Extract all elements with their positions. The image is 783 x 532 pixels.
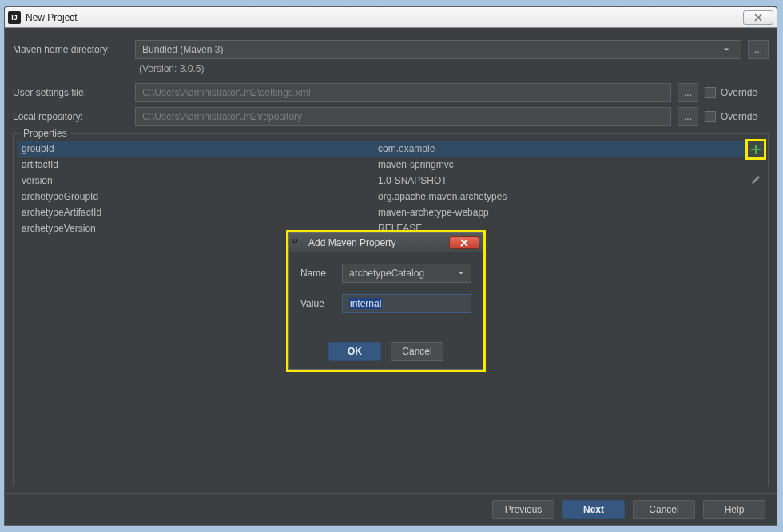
settings-file-label: User settings file: <box>13 87 129 98</box>
settings-file-browse-button[interactable]: ... <box>678 83 698 102</box>
cancel-button[interactable]: Cancel <box>633 500 695 519</box>
close-icon <box>460 239 468 247</box>
name-row: Name archetypeCatalog <box>300 264 471 283</box>
maven-home-row: Maven home directory: Bundled (Maven 3) … <box>13 38 769 62</box>
local-repo-label: Local repository: <box>13 111 129 122</box>
settings-override-checkbox[interactable]: Override <box>705 87 769 98</box>
settings-file-row: User settings file: C:\Users\Administrat… <box>13 81 769 105</box>
edit-property-button[interactable] <box>750 174 761 188</box>
property-row[interactable]: groupIdcom.example <box>18 141 749 157</box>
wizard-footer: Previous Next Cancel Help <box>5 493 777 525</box>
settings-file-field[interactable]: C:\Users\Administrator\.m2\settings.xml <box>135 83 671 102</box>
name-value: archetypeCatalog <box>349 268 424 279</box>
dialog-body: Name archetypeCatalog Value internal <box>289 252 483 342</box>
previous-button[interactable]: Previous <box>492 500 554 519</box>
window-title: New Project <box>26 12 743 23</box>
maven-home-label: Maven home directory: <box>13 44 129 55</box>
value-input[interactable]: internal <box>342 294 471 313</box>
property-value: com.example <box>378 143 749 154</box>
dialog-cancel-button[interactable]: Cancel <box>391 342 443 361</box>
chevron-down-icon <box>717 41 734 58</box>
next-button[interactable]: Next <box>562 500 625 519</box>
property-key: archetypeArtifactId <box>18 207 378 218</box>
maven-home-value: Bundled (Maven 3) <box>142 44 223 55</box>
close-icon <box>753 14 764 22</box>
add-maven-property-dialog: IJ Add Maven Property Name archetypeCata… <box>288 232 483 370</box>
value-row: Value internal <box>300 294 471 313</box>
dialog-title: Add Maven Property <box>308 237 444 248</box>
property-key: archetypeGroupId <box>18 191 378 202</box>
ok-button[interactable]: OK <box>328 342 381 361</box>
maven-home-browse-button[interactable]: ... <box>748 40 769 59</box>
add-property-button[interactable] <box>745 139 766 160</box>
add-property-highlight: IJ Add Maven Property Name archetypeCata… <box>286 230 486 372</box>
property-value: maven-archetype-webapp <box>378 207 749 218</box>
name-combo[interactable]: archetypeCatalog <box>342 264 471 283</box>
property-value: maven-springmvc <box>378 159 749 170</box>
dialog-titlebar[interactable]: IJ Add Maven Property <box>289 233 483 252</box>
pencil-icon <box>750 174 761 185</box>
help-button[interactable]: Help <box>703 500 765 519</box>
value-text: internal <box>349 298 382 309</box>
property-row[interactable]: version1.0-SNAPSHOT <box>18 173 749 189</box>
local-repo-row: Local repository: C:\Users\Administrator… <box>13 105 769 129</box>
value-label: Value <box>300 298 336 309</box>
dialog-close-button[interactable] <box>449 236 479 249</box>
app-icon: IJ <box>292 237 304 248</box>
property-key: version <box>18 175 378 186</box>
properties-title: Properties <box>20 128 70 139</box>
chevron-down-icon <box>458 268 464 279</box>
property-row[interactable]: archetypeGroupIdorg.apache.maven.archety… <box>18 189 749 204</box>
property-key: artifactId <box>18 159 378 170</box>
window-close-button[interactable] <box>743 10 773 25</box>
window-titlebar[interactable]: IJ New Project <box>5 7 777 28</box>
name-label: Name <box>300 268 336 279</box>
properties-actions <box>745 139 766 188</box>
maven-home-combo[interactable]: Bundled (Maven 3) <box>135 40 741 59</box>
property-value: org.apache.maven.archetypes <box>378 191 749 202</box>
local-repo-field[interactable]: C:\Users\Administrator\.m2\repository <box>135 107 671 126</box>
repo-override-checkbox[interactable]: Override <box>705 111 769 122</box>
dialog-footer: OK Cancel <box>289 342 483 369</box>
checkbox-icon <box>705 111 716 122</box>
checkbox-icon <box>705 87 716 98</box>
plus-icon <box>750 144 761 155</box>
property-row[interactable]: artifactIdmaven-springmvc <box>18 157 749 173</box>
property-key: groupId <box>18 143 378 154</box>
maven-version-note: (Version: 3.0.5) <box>13 62 769 81</box>
app-icon: IJ <box>8 11 21 24</box>
property-value: 1.0-SNAPSHOT <box>378 175 749 186</box>
property-row[interactable]: archetypeArtifactIdmaven-archetype-webap… <box>18 204 749 220</box>
local-repo-browse-button[interactable]: ... <box>678 107 698 126</box>
